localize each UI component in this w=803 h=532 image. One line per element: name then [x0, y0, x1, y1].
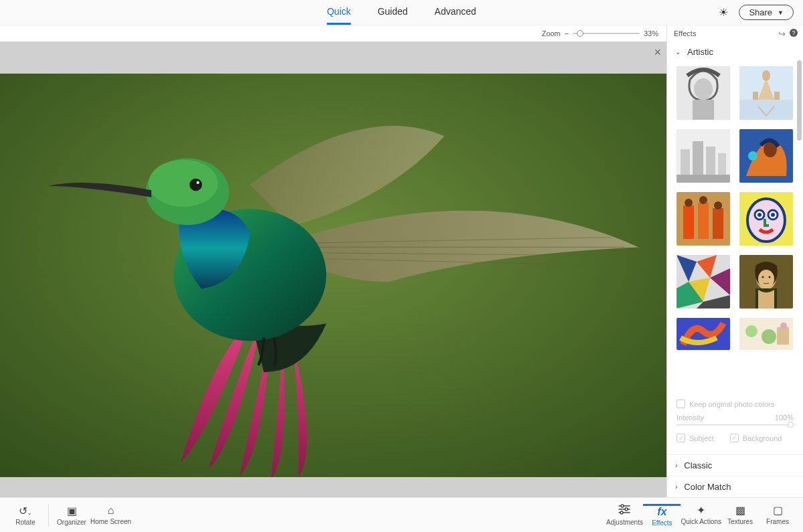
svg-point-13	[762, 70, 770, 81]
zoom-value: 33%	[644, 29, 658, 37]
tab-guided[interactable]: Guided	[377, 0, 408, 25]
svg-point-3	[149, 160, 218, 207]
svg-point-54	[780, 323, 787, 329]
svg-point-4	[189, 179, 202, 191]
tab-quick[interactable]: Quick	[327, 0, 351, 25]
zoom-controls: Zoom − 33%	[541, 29, 666, 37]
svg-point-51	[745, 325, 757, 337]
section-color-match[interactable]: › Color Match	[667, 476, 803, 497]
svg-rect-15	[681, 149, 690, 176]
panel-scrollbar[interactable]	[797, 60, 802, 141]
keep-colors-row[interactable]: Keep original photo colors	[677, 400, 794, 408]
keep-colors-label: Keep original photo colors	[689, 400, 774, 408]
section-artistic[interactable]: ⌄ Artistic	[667, 41, 803, 62]
tool-effects[interactable]: fx Effects	[643, 504, 681, 527]
intensity-slider[interactable]	[677, 424, 794, 426]
tab-advanced[interactable]: Advanced	[434, 0, 476, 25]
main-area: ×	[0, 41, 803, 497]
tool-adjustments[interactable]: Adjustments	[606, 504, 643, 526]
brightness-icon[interactable]: ☀	[719, 6, 728, 19]
svg-point-59	[625, 508, 628, 511]
svg-point-34	[757, 213, 762, 217]
svg-point-58	[621, 505, 624, 507]
image-canvas[interactable]	[0, 74, 666, 477]
bottom-toolbar: ↺⌄ Rotate ▣ Organizer ⌂ Home Screen Adju…	[0, 497, 803, 532]
share-label: Share	[749, 7, 772, 17]
frames-icon: ▢	[773, 504, 783, 517]
effect-thumb-pastel-scene[interactable]	[739, 318, 793, 350]
tool-rotate[interactable]: ↺⌄ Rotate	[7, 498, 44, 532]
svg-point-45	[758, 270, 774, 288]
svg-point-22	[748, 151, 757, 161]
subject-checkbox[interactable]: ✓Subject	[677, 434, 714, 442]
chevron-right-icon: ›	[675, 483, 677, 491]
svg-rect-19	[677, 175, 730, 183]
effect-thumb-cubist[interactable]	[677, 255, 730, 308]
section-classic[interactable]: › Classic	[667, 454, 803, 476]
effect-thumb-abstract-face[interactable]	[739, 192, 793, 246]
zoom-slider-thumb[interactable]	[577, 30, 584, 37]
svg-rect-0	[0, 74, 666, 477]
svg-point-28	[699, 196, 707, 204]
effect-thumb-city-sketch[interactable]	[677, 129, 730, 183]
tool-organizer[interactable]: ▣ Organizer	[53, 498, 90, 532]
svg-point-46	[762, 276, 764, 278]
tool-quick-actions[interactable]: ✦ Quick Actions	[681, 504, 721, 525]
tool-textures[interactable]: ▩ Textures	[721, 504, 759, 525]
bottom-right-tools: Adjustments fx Effects ✦ Quick Actions ▩…	[606, 504, 796, 527]
svg-rect-11	[753, 92, 758, 100]
header-right: ☀ Share ▼	[719, 5, 794, 20]
checkbox-icon[interactable]	[677, 400, 685, 408]
section-artistic-label: Artistic	[687, 47, 713, 57]
svg-point-35	[771, 213, 775, 217]
hummingbird-image	[0, 74, 666, 477]
subject-background-row: ✓Subject ✓Background	[677, 434, 794, 448]
effect-thumb-vibrant-abstract[interactable]	[677, 318, 730, 350]
separator	[48, 504, 49, 527]
mode-tabs: Quick Guided Advanced	[327, 0, 476, 25]
home-icon: ⌂	[108, 505, 114, 517]
svg-point-5	[197, 181, 199, 184]
effect-thumb-bold-paint[interactable]	[739, 129, 793, 183]
reset-icon[interactable]: ↩	[778, 29, 786, 39]
svg-rect-12	[774, 92, 780, 100]
svg-point-47	[769, 276, 771, 278]
help-icon[interactable]: ?	[790, 29, 798, 37]
tool-frames[interactable]: ▢ Frames	[759, 504, 796, 525]
intensity-label: Intensity	[677, 414, 704, 422]
zoom-label: Zoom	[541, 29, 560, 37]
svg-rect-25	[698, 203, 709, 239]
svg-rect-26	[713, 208, 723, 239]
textures-icon: ▩	[735, 504, 745, 517]
canvas-wrapper: ×	[0, 41, 666, 497]
chevron-right-icon: ›	[675, 462, 677, 469]
rotate-icon: ↺⌄	[19, 505, 32, 517]
panel-title-bar: Effects ↩ ?	[666, 25, 803, 41]
organizer-icon: ▣	[67, 505, 77, 517]
svg-rect-53	[777, 327, 789, 345]
intensity-value: 100%	[775, 414, 794, 422]
effect-thumb-figures-orange[interactable]	[677, 192, 730, 246]
zoom-slider[interactable]	[573, 33, 640, 34]
share-button[interactable]: Share ▼	[739, 5, 794, 20]
svg-point-27	[685, 199, 693, 207]
close-icon[interactable]: ×	[654, 46, 661, 60]
effect-thumb-sketch-portrait[interactable]	[677, 66, 730, 120]
chevron-down-icon: ⌄	[675, 48, 681, 56]
zoom-out-icon[interactable]: −	[565, 29, 569, 37]
background-checkbox[interactable]: ✓Background	[730, 434, 782, 442]
checkbox-icon[interactable]: ✓	[677, 434, 685, 442]
intensity-slider-thumb[interactable]	[788, 422, 794, 428]
checkbox-icon[interactable]: ✓	[730, 434, 739, 442]
svg-rect-17	[706, 147, 715, 176]
effects-panel: ⌄ Artistic	[666, 41, 803, 497]
tool-home[interactable]: ⌂ Home Screen	[90, 498, 131, 532]
effect-thumb-mona-lisa[interactable]	[739, 255, 793, 308]
fx-icon: fx	[657, 506, 666, 518]
section-color-match-label: Color Match	[684, 482, 731, 492]
sub-bar: Zoom − 33% Effects ↩ ?	[0, 25, 803, 41]
panel-controls: Keep original photo colors Intensity 100…	[667, 393, 803, 454]
section-classic-label: Classic	[684, 460, 712, 470]
artistic-thumbnails	[667, 62, 803, 354]
effect-thumb-watercolor-building[interactable]	[739, 66, 793, 120]
